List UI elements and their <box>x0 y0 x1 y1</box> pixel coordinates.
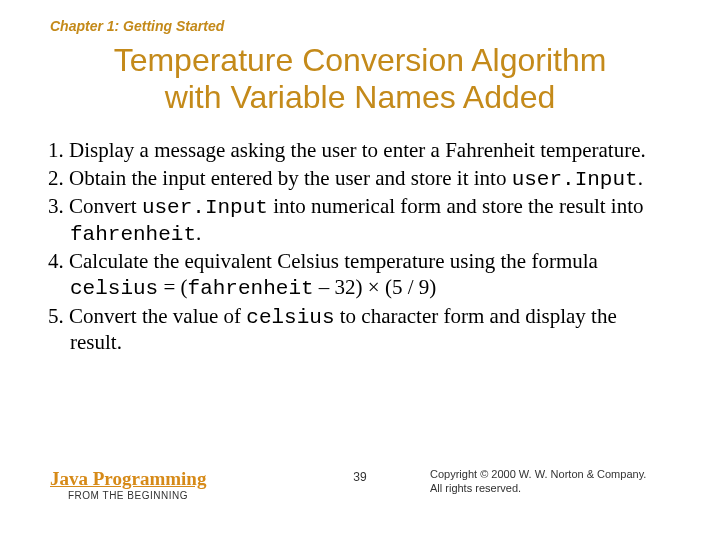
step-3-mid: into numerical form and store the result… <box>268 194 644 218</box>
copyright-line-1: Copyright © 2000 W. W. Norton & Company. <box>430 468 646 480</box>
footer: Java Programming FROM THE BEGINNING 39 C… <box>0 464 720 514</box>
brand-tagline: FROM THE BEGINNING <box>68 490 188 501</box>
copyright-line-2: All rights reserved. <box>430 482 521 494</box>
step-4-pre: 4. Calculate the equivalent Celsius temp… <box>48 249 598 273</box>
step-2-pre: 2. Obtain the input entered by the user … <box>48 166 512 190</box>
step-4-rest: – 32) × (5 / 9) <box>314 275 437 299</box>
step-2-post: . <box>638 166 643 190</box>
step-5: 5. Convert the value of celsius to chara… <box>48 304 672 356</box>
step-3-pre: 3. Convert <box>48 194 142 218</box>
title-line-2: with Variable Names Added <box>165 79 556 115</box>
step-4: 4. Calculate the equivalent Celsius temp… <box>48 249 672 301</box>
step-1: 1. Display a message asking the user to … <box>48 138 672 164</box>
step-3: 3. Convert user.Input into numerical for… <box>48 194 672 247</box>
step-2: 2. Obtain the input entered by the user … <box>48 166 672 193</box>
title-line-1: Temperature Conversion Algorithm <box>114 42 607 78</box>
algorithm-body: 1. Display a message asking the user to … <box>48 138 672 358</box>
chapter-label: Chapter 1: Getting Started <box>50 18 224 34</box>
slide: Chapter 1: Getting Started Temperature C… <box>0 0 720 540</box>
step-5-pre: 5. Convert the value of <box>48 304 246 328</box>
slide-title: Temperature Conversion Algorithm with Va… <box>0 42 720 116</box>
step-2-code: user.Input <box>512 168 638 191</box>
step-1-text: 1. Display a message asking the user to … <box>48 138 646 162</box>
step-5-code: celsius <box>246 306 334 329</box>
step-3-code-2: fahrenheit <box>70 223 196 246</box>
step-4-eq: = ( <box>158 275 187 299</box>
step-3-post: . <box>196 221 201 245</box>
step-4-code-a: celsius <box>70 277 158 300</box>
step-4-code-b: fahrenheit <box>188 277 314 300</box>
copyright: Copyright © 2000 W. W. Norton & Company.… <box>430 467 680 496</box>
step-3-code-1: user.Input <box>142 196 268 219</box>
